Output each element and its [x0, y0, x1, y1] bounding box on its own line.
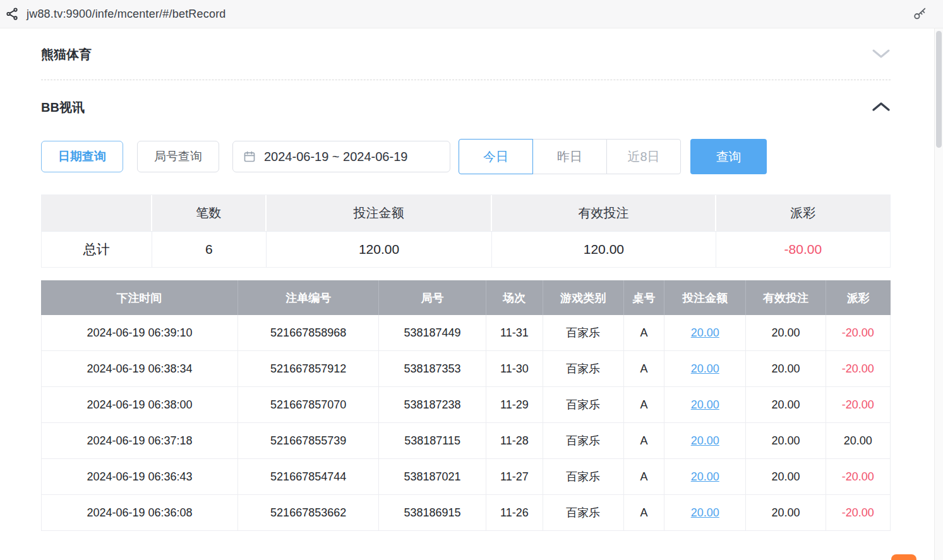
cell-valid-bet: 20.00	[746, 351, 826, 387]
quick-range-today[interactable]: 今日	[459, 139, 533, 174]
cell-table-no: A	[624, 495, 665, 531]
filter-row: 日期查询 局号查询 2024-06-19 ~ 2024-06-19 今日 昨日	[41, 139, 891, 174]
browser-url-bar: jw88.tv:9900/infe/mcenter/#/betRecord	[0, 0, 943, 28]
summary-total-row: 总计 6 120.00 120.00 -80.00	[42, 231, 890, 267]
cell-payout: -20.00	[826, 351, 891, 387]
scrollbar-thumb[interactable]	[936, 31, 942, 148]
tab-date-query[interactable]: 日期查询	[41, 141, 123, 172]
vertical-scrollbar	[934, 28, 943, 560]
cell-round-no: 538187353	[379, 351, 486, 387]
cell-round-no: 538187021	[379, 459, 486, 495]
chevron-down-icon[interactable]	[872, 48, 891, 62]
address-bar-url[interactable]: jw88.tv:9900/infe/mcenter/#/betRecord	[27, 8, 226, 21]
section-header-bb[interactable]: BB视讯	[41, 99, 891, 116]
col-header-session: 场次	[486, 280, 543, 315]
cell-valid-bet: 20.00	[746, 315, 826, 351]
section-title-bb: BB视讯	[41, 99, 85, 116]
col-header-order-no: 注单编号	[238, 280, 379, 315]
cell-round-no: 538187115	[379, 423, 486, 459]
summary-table: 笔数 投注金额 有效投注 派彩 总计 6 120.00 120.00 -80.0…	[41, 194, 891, 268]
cell-game-type: 百家乐	[543, 315, 624, 351]
section-panda-sports: 熊猫体育	[41, 28, 891, 80]
summary-header-row: 笔数 投注金额 有效投注 派彩	[42, 195, 890, 231]
col-header-payout: 派彩	[826, 280, 891, 315]
cell-session: 11-27	[486, 459, 543, 495]
cell-game-type: 百家乐	[543, 351, 624, 387]
cell-session: 11-31	[486, 315, 543, 351]
cell-round-no: 538187238	[379, 387, 486, 423]
summary-header-valid-bet: 有效投注	[492, 195, 716, 231]
quick-range-yesterday[interactable]: 昨日	[532, 139, 607, 174]
cell-payout: -20.00	[826, 315, 891, 351]
section-title-panda: 熊猫体育	[41, 46, 92, 63]
cell-table-no: A	[624, 423, 665, 459]
cell-payout: -20.00	[826, 495, 891, 531]
summary-count-value: 6	[152, 231, 267, 267]
tab-round-query[interactable]: 局号查询	[137, 141, 219, 172]
cell-game-type: 百家乐	[543, 423, 624, 459]
bet-amount-link[interactable]: 20.00	[691, 434, 719, 447]
table-row: 2024-06-19 06:38:34 521667857912 5381873…	[41, 351, 891, 387]
section-bb-video: BB视讯 日期查询 局号查询 2024-0	[41, 80, 891, 531]
quick-range-last8days[interactable]: 近8日	[606, 139, 681, 174]
summary-total-label: 总计	[42, 231, 152, 267]
bet-amount-link[interactable]: 20.00	[691, 398, 719, 411]
cell-game-type: 百家乐	[543, 495, 624, 531]
key-icon[interactable]	[913, 7, 927, 21]
floating-widget[interactable]	[891, 554, 916, 560]
summary-header-bet-amount: 投注金额	[267, 195, 492, 231]
cell-order-no: 521667853662	[238, 495, 379, 531]
cell-session: 11-30	[486, 351, 543, 387]
bet-records-table: 下注时间 注单编号 局号 场次 游戏类别 桌号 投注金额 有效投注 派彩 202…	[41, 280, 891, 531]
table-row: 2024-06-19 06:37:18 521667855739 5381871…	[41, 423, 891, 459]
cell-session: 11-28	[486, 423, 543, 459]
chevron-up-icon[interactable]	[872, 101, 891, 115]
cell-payout: -20.00	[826, 459, 891, 495]
summary-header-count: 笔数	[152, 195, 267, 231]
cell-bet-time: 2024-06-19 06:36:08	[41, 495, 238, 531]
cell-valid-bet: 20.00	[746, 387, 826, 423]
table-row: 2024-06-19 06:38:00 521667857070 5381872…	[41, 387, 891, 423]
col-header-table-no: 桌号	[624, 280, 665, 315]
bet-amount-link[interactable]: 20.00	[691, 362, 719, 375]
cell-table-no: A	[624, 459, 665, 495]
col-header-valid-bet: 有效投注	[746, 280, 826, 315]
cell-bet-time: 2024-06-19 06:39:10	[41, 315, 238, 351]
summary-payout-value: -80.00	[716, 231, 890, 267]
summary-bet-amount-value: 120.00	[267, 231, 492, 267]
cell-payout: -20.00	[826, 387, 891, 423]
date-range-value: 2024-06-19 ~ 2024-06-19	[264, 150, 407, 164]
summary-valid-bet-value: 120.00	[492, 231, 716, 267]
cell-table-no: A	[624, 351, 665, 387]
table-row: 2024-06-19 06:36:08 521667853662 5381869…	[41, 495, 891, 531]
cell-bet-time: 2024-06-19 06:37:18	[41, 423, 238, 459]
summary-header-payout: 派彩	[716, 195, 890, 231]
table-row: 2024-06-19 06:39:10 521667858968 5381874…	[41, 315, 891, 351]
quick-range-group: 今日 昨日 近8日	[459, 139, 681, 174]
cell-game-type: 百家乐	[543, 387, 624, 423]
bet-amount-link[interactable]: 20.00	[691, 326, 719, 339]
cell-order-no: 521667857070	[238, 387, 379, 423]
cell-session: 11-29	[486, 387, 543, 423]
cell-bet-time: 2024-06-19 06:38:34	[41, 351, 238, 387]
cell-table-no: A	[624, 387, 665, 423]
bet-table-header-row: 下注时间 注单编号 局号 场次 游戏类别 桌号 投注金额 有效投注 派彩	[41, 280, 891, 315]
date-range-input[interactable]: 2024-06-19 ~ 2024-06-19	[232, 141, 450, 172]
cell-valid-bet: 20.00	[746, 459, 826, 495]
cell-table-no: A	[624, 315, 665, 351]
cell-payout: 20.00	[826, 423, 891, 459]
summary-header-blank	[42, 195, 152, 231]
cell-order-no: 521667858968	[238, 315, 379, 351]
cell-round-no: 538186915	[379, 495, 486, 531]
bet-amount-link[interactable]: 20.00	[691, 506, 719, 519]
col-header-round-no: 局号	[379, 280, 486, 315]
section-header-panda[interactable]: 熊猫体育	[41, 46, 891, 63]
bet-amount-link[interactable]: 20.00	[691, 470, 719, 483]
cell-game-type: 百家乐	[543, 459, 624, 495]
search-button[interactable]: 查询	[690, 139, 767, 174]
cell-valid-bet: 20.00	[746, 495, 826, 531]
cell-valid-bet: 20.00	[746, 423, 826, 459]
share-icon[interactable]	[5, 7, 19, 21]
cell-bet-time: 2024-06-19 06:36:43	[41, 459, 238, 495]
col-header-game-type: 游戏类别	[543, 280, 624, 315]
